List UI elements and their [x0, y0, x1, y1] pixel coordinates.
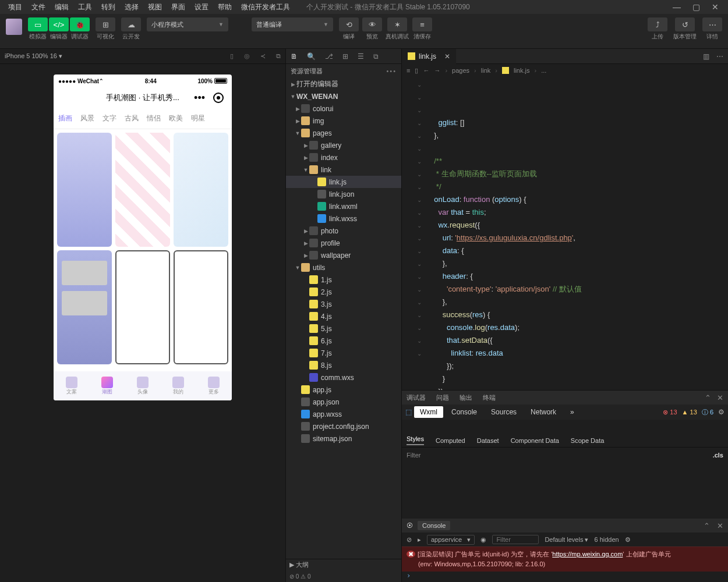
menu-item[interactable]: 工具	[73, 2, 97, 12]
devtools-close-icon[interactable]: ✕	[717, 393, 723, 402]
explorer-more-icon[interactable]: •••	[386, 68, 397, 74]
console-settings-icon[interactable]: ⚙	[625, 536, 631, 544]
tree-node[interactable]: comm.wxs	[286, 371, 401, 384]
tree-node[interactable]: ▶profile	[286, 237, 401, 249]
console-tab[interactable]: Console	[446, 406, 483, 418]
tree-node[interactable]: ▶colorui	[286, 102, 401, 115]
tree-node[interactable]: link.js	[286, 176, 401, 188]
menu-item[interactable]: 项目	[3, 2, 27, 12]
nav-item[interactable]: 潮图	[89, 371, 125, 400]
bookmark-icon[interactable]: ▯	[415, 67, 418, 74]
category-tab[interactable]: 明星	[191, 113, 205, 123]
tree-node[interactable]: sitemap.json	[286, 432, 401, 445]
tree-node[interactable]: link.wxml	[286, 200, 401, 212]
devtool-tab[interactable]: 输出	[460, 393, 472, 402]
真机调试-button[interactable]: ✶	[387, 17, 407, 31]
编译-button[interactable]: ⟲	[339, 17, 359, 31]
devtool-tab[interactable]: 终端	[483, 393, 496, 402]
outline-section[interactable]: ▶ 大纲	[286, 559, 401, 570]
tree-node[interactable]: 6.js	[286, 335, 401, 347]
tree-node[interactable]: 5.js	[286, 322, 401, 335]
split-editor-icon[interactable]: ▥	[703, 52, 709, 61]
tree-node[interactable]: ▶gallery	[286, 139, 401, 151]
menu-item[interactable]: 视图	[143, 2, 167, 12]
network-tab[interactable]: Network	[525, 406, 562, 418]
category-tab[interactable]: 情侣	[147, 113, 161, 123]
tree-node[interactable]: 4.js	[286, 310, 401, 322]
levels-selector[interactable]: Default levels ▾	[545, 536, 588, 544]
visual-button[interactable]: ⊞	[96, 17, 115, 31]
minimize-icon[interactable]: —	[673, 2, 681, 12]
console-prompt[interactable]: ›	[402, 572, 728, 582]
tree-node[interactable]: ▼utils	[286, 261, 401, 274]
close-ring-icon[interactable]	[213, 93, 224, 103]
styles-tab[interactable]: Component Data	[511, 437, 559, 444]
simulator-button[interactable]: ▭	[28, 17, 48, 31]
menu-item[interactable]: 转到	[97, 2, 120, 12]
eye-icon[interactable]: ◉	[480, 536, 486, 544]
debugger-button[interactable]: 🐞	[70, 17, 90, 31]
styles-filter[interactable]: Filter	[407, 452, 420, 459]
tree-node[interactable]: ▼pages	[286, 127, 401, 139]
devtools-settings-icon[interactable]: ⚙	[718, 408, 725, 416]
nav-item[interactable]: 头像	[125, 371, 160, 400]
menu-item[interactable]: 编辑	[50, 2, 73, 12]
code-editor[interactable]: ⌄⌄⌄⌄⌄⌄⌄⌄⌄⌄⌄⌄⌄⌄⌄⌄⌄⌄⌄⌄⌄⌄ gglist: [] }, /**…	[402, 77, 728, 390]
上传-button[interactable]: ⤴	[648, 17, 667, 31]
清缓存-button[interactable]: ≡	[412, 17, 432, 31]
devtool-tab[interactable]: 问题	[436, 393, 449, 402]
maximize-icon[interactable]: ▢	[692, 2, 700, 12]
tree-node[interactable]: ▼link	[286, 164, 401, 176]
nav-item[interactable]: 文案	[54, 371, 89, 400]
tree-node[interactable]: ▶index	[286, 151, 401, 164]
device-selector[interactable]: iPhone 5 100% 16 ▾	[5, 52, 62, 60]
tree-node[interactable]: ▶img	[286, 115, 401, 127]
nav-item[interactable]: 我的	[161, 371, 196, 400]
tree-node[interactable]: app.js	[286, 384, 401, 396]
search-icon[interactable]: 🔍	[307, 52, 316, 61]
menu-item[interactable]: 界面	[167, 2, 190, 12]
category-tab[interactable]: 插画	[58, 113, 72, 123]
category-tab[interactable]: 文字	[103, 113, 116, 123]
project-section[interactable]: ▼WX_WENAN	[286, 90, 401, 102]
console-collapse-icon[interactable]: ⌃	[704, 521, 710, 530]
版本管理-button[interactable]: ↺	[675, 17, 695, 31]
styles-tab[interactable]: Styles	[407, 435, 424, 445]
tree-node[interactable]: link.json	[286, 188, 401, 200]
phone-icon[interactable]: ▯	[230, 52, 234, 60]
target-icon[interactable]: ◎	[244, 52, 250, 60]
预览-button[interactable]: 👁	[362, 17, 382, 31]
close-icon[interactable]: ✕	[712, 2, 719, 12]
cls-toggle[interactable]: .cls	[713, 452, 723, 459]
tree-node[interactable]: project.config.json	[286, 420, 401, 432]
wallpaper-card[interactable]	[115, 133, 170, 247]
files-icon[interactable]: 🗎	[291, 52, 298, 61]
tree-node[interactable]: link.wxss	[286, 212, 401, 225]
详情-button[interactable]: ⋯	[702, 17, 722, 31]
collapse-icon[interactable]: ⌃	[705, 393, 711, 402]
tree-node[interactable]: 8.js	[286, 359, 401, 371]
category-tab[interactable]: 欧美	[169, 113, 183, 123]
console-filter-input[interactable]: Filter	[492, 535, 539, 544]
back-icon[interactable]: ←	[423, 67, 429, 74]
category-tab[interactable]: 风景	[80, 113, 94, 123]
tree-node[interactable]: 1.js	[286, 274, 401, 286]
copy-icon[interactable]: ⧉	[276, 52, 281, 60]
forward-icon[interactable]: →	[434, 67, 440, 74]
devtool-tab[interactable]: 调试器	[407, 393, 426, 402]
console-toggle-icon[interactable]: ⦿	[407, 522, 413, 529]
tree-node[interactable]: 3.js	[286, 298, 401, 310]
wallpaper-card[interactable]	[57, 250, 112, 364]
nav-item[interactable]: 更多	[196, 371, 232, 400]
more-tabs[interactable]: »	[564, 406, 580, 418]
editor-tab[interactable]: link.js ✕	[402, 49, 456, 64]
tree-node[interactable]: app.json	[286, 396, 401, 408]
breadcrumb[interactable]: ≡ ▯ ← → › pages› link› link.js› ...	[402, 64, 728, 77]
wxml-tab[interactable]: Wxml	[414, 406, 443, 418]
wallpaper-card[interactable]	[57, 133, 112, 247]
compile-dropdown[interactable]: 普通编译▼	[252, 17, 333, 31]
styles-tab[interactable]: Computed	[436, 437, 465, 444]
tree-node[interactable]: 2.js	[286, 286, 401, 298]
more-icon[interactable]: ☰	[358, 52, 364, 61]
editor-more-icon[interactable]: ⋯	[716, 52, 723, 61]
